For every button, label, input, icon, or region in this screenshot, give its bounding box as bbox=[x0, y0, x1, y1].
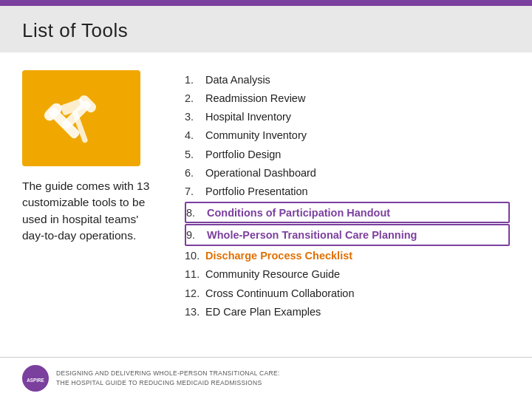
list-item: 7.Portfolio Presentation bbox=[185, 183, 510, 201]
item-number: 3. bbox=[185, 109, 205, 124]
list-item: 4.Community Inventory bbox=[185, 126, 510, 145]
item-label: Community Resource Guide bbox=[205, 267, 510, 282]
list-item: 11.Community Resource Guide bbox=[185, 265, 510, 284]
top-bar bbox=[0, 0, 532, 6]
description-text: The guide comes with 13 customizable too… bbox=[22, 178, 163, 245]
item-number: 6. bbox=[185, 166, 205, 180]
item-number: 12. bbox=[185, 286, 205, 301]
page-header: List of Tools bbox=[0, 6, 532, 52]
item-label: Whole-Person Transitional Care Planning bbox=[207, 228, 508, 242]
item-label: Community Inventory bbox=[205, 128, 510, 143]
item-label: Cross Continuum Collaboration bbox=[205, 286, 510, 301]
item-number: 8. bbox=[186, 205, 207, 220]
footer-text: Designing and Delivering Whole-Person Tr… bbox=[56, 369, 280, 388]
item-label: Data Analysis bbox=[205, 72, 510, 87]
aspire-logo: ASPIRE bbox=[22, 365, 49, 392]
item-label: Discharge Process Checklist bbox=[205, 248, 510, 263]
list-item: 10.Discharge Process Checklist bbox=[185, 247, 510, 265]
right-column: 1.Data Analysis2.Readmission Review3.Hos… bbox=[185, 70, 510, 321]
item-number: 4. bbox=[185, 128, 205, 143]
item-number: 5. bbox=[185, 147, 205, 162]
list-item: 9.Whole-Person Transitional Care Plannin… bbox=[185, 224, 510, 245]
list-item: 12.Cross Continuum Collaboration bbox=[185, 284, 510, 302]
item-label: Conditions of Participation Handout bbox=[207, 205, 508, 220]
svg-text:ASPIRE: ASPIRE bbox=[27, 378, 44, 383]
footer: ASPIRE Designing and Delivering Whole-Pe… bbox=[0, 357, 532, 399]
footer-line2: The Hospital Guide to Reducing Medicaid … bbox=[56, 378, 280, 388]
item-label: Readmission Review bbox=[205, 91, 510, 106]
item-number: 1. bbox=[185, 72, 205, 87]
list-item: 8.Conditions of Participation Handout bbox=[185, 202, 510, 223]
left-column: The guide comes with 13 customizable too… bbox=[22, 70, 170, 321]
list-item: 5.Portfolio Design bbox=[185, 145, 510, 163]
item-number: 7. bbox=[185, 184, 205, 199]
page-title: List of Tools bbox=[22, 19, 510, 42]
item-number: 11. bbox=[185, 267, 205, 282]
item-number: 10. bbox=[185, 248, 205, 263]
item-number: 9. bbox=[186, 228, 207, 242]
tool-icon-box bbox=[22, 70, 140, 166]
list-item: 3.Hospital Inventory bbox=[185, 108, 510, 126]
item-label: Portfolio Presentation bbox=[205, 184, 510, 199]
list-item: 1.Data Analysis bbox=[185, 70, 510, 89]
tools-icon bbox=[41, 78, 122, 159]
item-number: 13. bbox=[185, 304, 205, 319]
item-label: Hospital Inventory bbox=[205, 109, 510, 124]
list-item: 13.ED Care Plan Examples bbox=[185, 303, 510, 321]
item-number: 2. bbox=[185, 91, 205, 106]
footer-line1: Designing and Delivering Whole-Person Tr… bbox=[56, 369, 280, 378]
list-item: 6.Operational Dashboard bbox=[185, 163, 510, 182]
item-label: ED Care Plan Examples bbox=[205, 304, 510, 319]
main-content: The guide comes with 13 customizable too… bbox=[0, 52, 532, 329]
item-label: Portfolio Design bbox=[205, 147, 510, 162]
item-label: Operational Dashboard bbox=[205, 166, 510, 180]
tools-list: 1.Data Analysis2.Readmission Review3.Hos… bbox=[185, 70, 510, 321]
list-item: 2.Readmission Review bbox=[185, 89, 510, 107]
